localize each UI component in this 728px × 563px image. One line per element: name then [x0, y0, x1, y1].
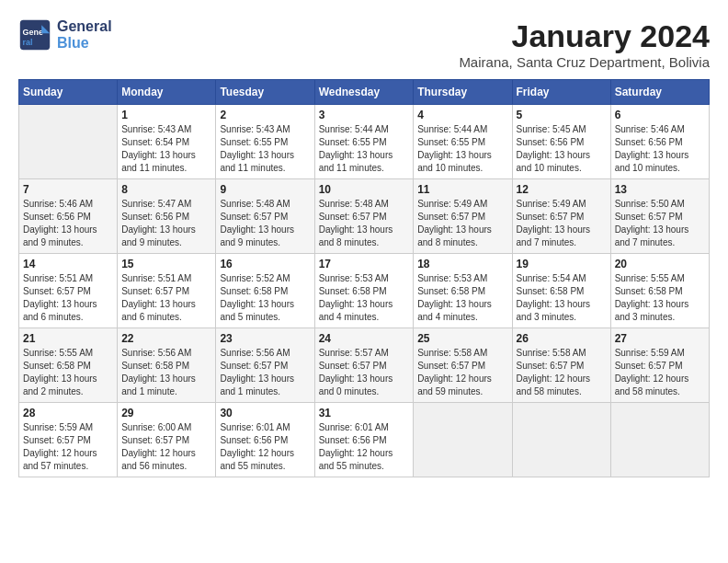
day-info: Sunrise: 5:45 AMSunset: 6:56 PMDaylight:… — [517, 123, 607, 175]
day-info: Sunrise: 5:55 AMSunset: 6:58 PMDaylight:… — [23, 347, 113, 398]
sunset-text: Sunset: 6:56 PM — [23, 211, 113, 224]
day-info: Sunrise: 5:54 AMSunset: 6:58 PMDaylight:… — [517, 272, 607, 324]
day-number: 30 — [220, 407, 310, 419]
sunset-text: Sunset: 6:57 PM — [121, 434, 211, 447]
sunrise-text: Sunrise: 5:53 AM — [319, 272, 410, 285]
daylight-text: Daylight: 13 hours and 10 minutes. — [417, 149, 507, 175]
sunset-text: Sunset: 6:58 PM — [220, 285, 310, 298]
calendar-week-row: 7Sunrise: 5:46 AMSunset: 6:56 PMDaylight… — [19, 179, 710, 254]
sunrise-text: Sunrise: 5:43 AM — [121, 123, 211, 136]
daylight-text: Daylight: 13 hours and 9 minutes. — [121, 224, 211, 249]
sunrise-text: Sunrise: 5:52 AM — [220, 272, 310, 285]
sunrise-text: Sunrise: 6:00 AM — [121, 421, 211, 434]
sunrise-text: Sunrise: 5:43 AM — [220, 123, 310, 136]
day-info: Sunrise: 5:44 AMSunset: 6:55 PMDaylight:… — [319, 123, 410, 175]
day-number: 7 — [23, 183, 113, 196]
calendar-cell: 16Sunrise: 5:52 AMSunset: 6:58 PMDayligh… — [216, 254, 314, 328]
calendar-cell: 15Sunrise: 5:51 AMSunset: 6:57 PMDayligh… — [118, 254, 216, 328]
sunset-text: Sunset: 6:56 PM — [517, 136, 607, 149]
calendar-cell: 23Sunrise: 5:56 AMSunset: 6:57 PMDayligh… — [216, 328, 314, 403]
calendar-cell — [19, 105, 118, 179]
day-number: 1 — [121, 109, 211, 121]
calendar-cell: 9Sunrise: 5:48 AMSunset: 6:57 PMDaylight… — [216, 179, 314, 254]
daylight-text: Daylight: 13 hours and 9 minutes. — [23, 224, 113, 249]
day-info: Sunrise: 5:51 AMSunset: 6:57 PMDaylight:… — [23, 272, 113, 324]
calendar-week-row: 21Sunrise: 5:55 AMSunset: 6:58 PMDayligh… — [19, 328, 710, 403]
calendar-cell: 21Sunrise: 5:55 AMSunset: 6:58 PMDayligh… — [19, 328, 118, 403]
day-number: 4 — [417, 109, 507, 121]
day-info: Sunrise: 5:46 AMSunset: 6:56 PMDaylight:… — [615, 123, 705, 175]
day-number: 28 — [23, 407, 113, 419]
weekday-header: Thursday — [414, 80, 512, 105]
daylight-text: Daylight: 13 hours and 7 minutes. — [615, 224, 705, 249]
sunrise-text: Sunrise: 5:54 AM — [517, 272, 607, 285]
header-row: SundayMondayTuesdayWednesdayThursdayFrid… — [19, 80, 710, 105]
sunset-text: Sunset: 6:55 PM — [220, 136, 310, 149]
daylight-text: Daylight: 13 hours and 3 minutes. — [615, 298, 705, 324]
day-number: 20 — [615, 258, 705, 270]
sunset-text: Sunset: 6:54 PM — [121, 136, 211, 149]
calendar-cell: 14Sunrise: 5:51 AMSunset: 6:57 PMDayligh… — [19, 254, 118, 328]
day-info: Sunrise: 6:00 AMSunset: 6:57 PMDaylight:… — [121, 421, 211, 473]
calendar-cell: 26Sunrise: 5:58 AMSunset: 6:57 PMDayligh… — [512, 328, 610, 403]
sunrise-text: Sunrise: 5:49 AM — [517, 198, 607, 211]
calendar-cell: 17Sunrise: 5:53 AMSunset: 6:58 PMDayligh… — [314, 254, 414, 328]
weekday-header: Sunday — [19, 80, 118, 105]
calendar-cell: 1Sunrise: 5:43 AMSunset: 6:54 PMDaylight… — [118, 105, 216, 179]
day-number: 21 — [23, 332, 113, 345]
month-title: January 2024 — [459, 18, 710, 54]
day-number: 5 — [517, 109, 607, 121]
sunrise-text: Sunrise: 5:47 AM — [121, 198, 211, 211]
sunset-text: Sunset: 6:56 PM — [319, 434, 410, 447]
daylight-text: Daylight: 12 hours and 58 minutes. — [615, 373, 705, 398]
day-number: 17 — [319, 258, 410, 270]
sunrise-text: Sunrise: 5:45 AM — [517, 123, 607, 136]
daylight-text: Daylight: 13 hours and 11 minutes. — [121, 149, 211, 175]
sunrise-text: Sunrise: 5:48 AM — [220, 198, 310, 211]
calendar-cell: 29Sunrise: 6:00 AMSunset: 6:57 PMDayligh… — [118, 403, 216, 477]
day-number: 29 — [121, 407, 211, 419]
calendar-cell: 11Sunrise: 5:49 AMSunset: 6:57 PMDayligh… — [414, 179, 512, 254]
sunset-text: Sunset: 6:56 PM — [615, 136, 705, 149]
weekday-header: Tuesday — [216, 80, 314, 105]
weekday-header: Saturday — [610, 80, 709, 105]
sunset-text: Sunset: 6:58 PM — [319, 285, 410, 298]
calendar-cell: 7Sunrise: 5:46 AMSunset: 6:56 PMDaylight… — [19, 179, 118, 254]
daylight-text: Daylight: 13 hours and 6 minutes. — [23, 298, 113, 324]
day-info: Sunrise: 5:49 AMSunset: 6:57 PMDaylight:… — [417, 198, 507, 249]
sunset-text: Sunset: 6:57 PM — [23, 434, 113, 447]
daylight-text: Daylight: 13 hours and 10 minutes. — [517, 149, 607, 175]
day-number: 24 — [319, 332, 410, 345]
sunset-text: Sunset: 6:57 PM — [220, 211, 310, 224]
sunset-text: Sunset: 6:57 PM — [417, 360, 507, 373]
daylight-text: Daylight: 12 hours and 59 minutes. — [417, 373, 507, 398]
sunset-text: Sunset: 6:58 PM — [417, 285, 507, 298]
sunrise-text: Sunrise: 5:58 AM — [417, 347, 507, 360]
daylight-text: Daylight: 12 hours and 55 minutes. — [220, 447, 310, 473]
sunset-text: Sunset: 6:57 PM — [319, 211, 410, 224]
calendar-cell: 8Sunrise: 5:47 AMSunset: 6:56 PMDaylight… — [118, 179, 216, 254]
sunset-text: Sunset: 6:55 PM — [417, 136, 507, 149]
day-info: Sunrise: 5:56 AMSunset: 6:57 PMDaylight:… — [220, 347, 310, 398]
calendar-cell: 30Sunrise: 6:01 AMSunset: 6:56 PMDayligh… — [216, 403, 314, 477]
sunset-text: Sunset: 6:57 PM — [121, 285, 211, 298]
sunset-text: Sunset: 6:57 PM — [319, 360, 410, 373]
daylight-text: Daylight: 13 hours and 8 minutes. — [319, 224, 410, 249]
day-number: 22 — [121, 332, 211, 345]
day-info: Sunrise: 5:48 AMSunset: 6:57 PMDaylight:… — [220, 198, 310, 249]
calendar-cell: 18Sunrise: 5:53 AMSunset: 6:58 PMDayligh… — [414, 254, 512, 328]
day-number: 16 — [220, 258, 310, 270]
calendar-cell: 31Sunrise: 6:01 AMSunset: 6:56 PMDayligh… — [314, 403, 414, 477]
sunrise-text: Sunrise: 5:49 AM — [417, 198, 507, 211]
sunset-text: Sunset: 6:58 PM — [517, 285, 607, 298]
sunrise-text: Sunrise: 5:50 AM — [615, 198, 705, 211]
day-info: Sunrise: 5:59 AMSunset: 6:57 PMDaylight:… — [23, 421, 113, 473]
daylight-text: Daylight: 13 hours and 8 minutes. — [417, 224, 507, 249]
day-number: 13 — [615, 183, 705, 196]
calendar-cell: 2Sunrise: 5:43 AMSunset: 6:55 PMDaylight… — [216, 105, 314, 179]
day-info: Sunrise: 5:59 AMSunset: 6:57 PMDaylight:… — [615, 347, 705, 398]
day-info: Sunrise: 5:56 AMSunset: 6:58 PMDaylight:… — [121, 347, 211, 398]
daylight-text: Daylight: 13 hours and 1 minute. — [121, 373, 211, 398]
sunset-text: Sunset: 6:57 PM — [615, 360, 705, 373]
day-info: Sunrise: 5:53 AMSunset: 6:58 PMDaylight:… — [319, 272, 410, 324]
